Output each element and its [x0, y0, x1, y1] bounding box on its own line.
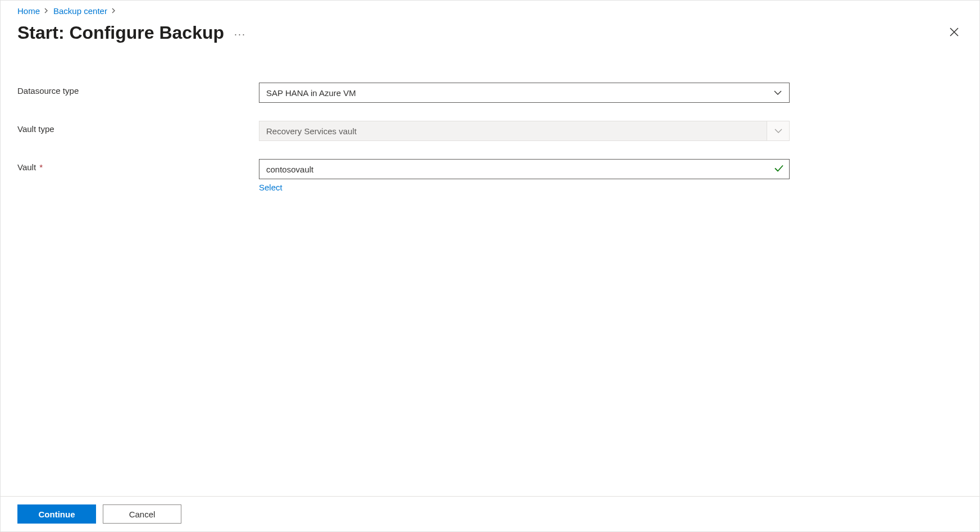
footer-actions: Continue Cancel	[1, 496, 979, 531]
configure-backup-form: Datasource type SAP HANA in Azure VM Vau…	[17, 83, 804, 192]
breadcrumb-home-link[interactable]: Home	[17, 6, 40, 16]
datasource-type-row: Datasource type SAP HANA in Azure VM	[17, 83, 804, 103]
chevron-down-icon	[767, 83, 789, 102]
continue-button[interactable]: Continue	[17, 504, 96, 524]
breadcrumb-backup-center-link[interactable]: Backup center	[53, 6, 107, 16]
checkmark-icon	[774, 165, 783, 174]
vault-label-text: Vault	[17, 162, 36, 172]
vault-type-select: Recovery Services vault	[259, 121, 790, 141]
datasource-type-select[interactable]: SAP HANA in Azure VM	[259, 83, 790, 103]
chevron-right-icon	[112, 7, 116, 15]
close-icon	[949, 27, 959, 37]
more-actions-button[interactable]: ···	[234, 25, 246, 40]
datasource-type-value: SAP HANA in Azure VM	[266, 88, 356, 98]
required-indicator: *	[39, 162, 43, 172]
vault-type-label: Vault type	[17, 121, 259, 134]
cancel-button[interactable]: Cancel	[103, 504, 181, 524]
vault-type-row: Vault type Recovery Services vault	[17, 121, 804, 141]
datasource-type-label: Datasource type	[17, 83, 259, 96]
chevron-down-icon	[767, 121, 789, 140]
vault-value: contosovault	[266, 165, 313, 174]
select-vault-link[interactable]: Select	[259, 183, 282, 192]
page-header: Start: Configure Backup ···	[17, 22, 963, 43]
vault-type-value: Recovery Services vault	[266, 126, 357, 136]
breadcrumb: Home Backup center	[17, 6, 963, 16]
page-title: Start: Configure Backup	[17, 22, 224, 43]
vault-label: Vault *	[17, 159, 259, 172]
close-button[interactable]	[946, 24, 963, 42]
chevron-right-icon	[44, 7, 49, 15]
vault-input[interactable]: contosovault	[259, 159, 790, 179]
vault-row: Vault * contosovault Select	[17, 159, 804, 192]
